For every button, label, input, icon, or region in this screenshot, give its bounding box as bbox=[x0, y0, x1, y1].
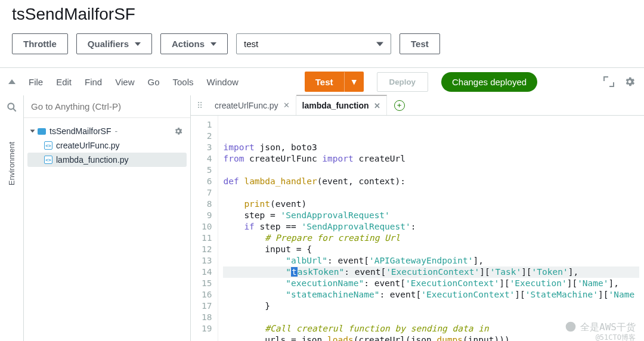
svg-point-2 bbox=[566, 322, 576, 332]
menu-go[interactable]: Go bbox=[147, 77, 159, 87]
ide-test-label: Test bbox=[305, 72, 345, 92]
test-button[interactable]: Test bbox=[400, 33, 440, 54]
code-area[interactable]: 12345678910111213141516171819 import jso… bbox=[191, 116, 644, 341]
qualifiers-button[interactable]: Qualifiers bbox=[76, 33, 152, 54]
file-explorer: tsSendMailforSF - <> createUrlFunc.py <>… bbox=[24, 95, 191, 341]
tab-label: lambda_function bbox=[302, 101, 369, 110]
close-icon[interactable]: ✕ bbox=[374, 101, 380, 110]
test-event-value: test bbox=[244, 39, 258, 49]
close-icon[interactable]: ✕ bbox=[283, 101, 290, 110]
actions-button[interactable]: Actions bbox=[160, 33, 228, 54]
tree-root[interactable]: tsSendMailforSF - bbox=[27, 124, 187, 138]
caret-down-icon bbox=[135, 41, 141, 47]
watermark-text: 全是AWS干货 bbox=[580, 321, 636, 333]
goto-input[interactable] bbox=[24, 95, 190, 118]
tab-bar: ⠿ createUrlFunc.py ✕ lambda_function ✕ + bbox=[191, 95, 644, 116]
gear-icon[interactable] bbox=[624, 76, 636, 88]
caret-down-icon bbox=[210, 41, 216, 47]
qualifiers-label: Qualifiers bbox=[88, 39, 129, 49]
fullscreen-icon[interactable] bbox=[603, 76, 614, 87]
editor-tab[interactable]: createUrlFunc.py ✕ bbox=[209, 96, 296, 115]
menu-tools[interactable]: Tools bbox=[172, 77, 193, 87]
editor-tab[interactable]: lambda_function ✕ bbox=[296, 95, 387, 115]
ide-menu-bar: File Edit Find View Go Tools Window Test… bbox=[0, 68, 644, 95]
ide-test-button[interactable]: Test ▾ bbox=[305, 72, 364, 92]
drag-handle-icon[interactable]: ⠿ bbox=[191, 101, 209, 110]
menu-find[interactable]: Find bbox=[85, 77, 102, 87]
tree-file-label: lambda_function.py bbox=[56, 155, 128, 165]
line-gutter: 12345678910111213141516171819 bbox=[191, 116, 218, 341]
test-event-select[interactable]: test bbox=[236, 33, 391, 54]
gear-icon[interactable] bbox=[174, 126, 183, 136]
ide-test-dropdown[interactable]: ▾ bbox=[345, 72, 364, 92]
python-file-icon: <> bbox=[44, 141, 52, 150]
code-content[interactable]: import json, boto3from createUrlFunc imp… bbox=[218, 116, 644, 341]
tree-file-label: createUrlFunc.py bbox=[56, 141, 120, 150]
dash-icon: - bbox=[114, 126, 117, 136]
collapse-icon[interactable] bbox=[8, 79, 16, 84]
tree-file[interactable]: <> lambda_function.py bbox=[27, 153, 187, 167]
python-file-icon: <> bbox=[44, 156, 52, 164]
tree-root-label: tsSendMailforSF bbox=[49, 126, 111, 136]
caret-down-icon bbox=[376, 41, 383, 48]
folder-icon bbox=[38, 128, 46, 135]
search-icon[interactable] bbox=[6, 101, 18, 113]
new-tab-button[interactable]: + bbox=[394, 100, 405, 111]
deploy-status: Changes deployed bbox=[441, 72, 537, 92]
svg-line-1 bbox=[13, 108, 16, 111]
menu-window[interactable]: Window bbox=[207, 77, 239, 87]
ide: File Edit Find View Go Tools Window Test… bbox=[0, 67, 644, 341]
page-title: tsSendMailforSF bbox=[0, 0, 644, 33]
menu-view[interactable]: View bbox=[115, 77, 134, 87]
tree-file[interactable]: <> createUrlFunc.py bbox=[27, 138, 187, 153]
actions-label: Actions bbox=[172, 39, 205, 49]
svg-point-0 bbox=[8, 103, 14, 109]
action-bar: Throttle Qualifiers Actions test Test bbox=[0, 33, 644, 67]
watermark-sub: @51CTO博客 bbox=[596, 332, 636, 341]
editor: ⠿ createUrlFunc.py ✕ lambda_function ✕ +… bbox=[191, 95, 644, 341]
menu-file[interactable]: File bbox=[29, 77, 43, 87]
wechat-icon bbox=[565, 321, 577, 333]
environment-tab[interactable]: Environment bbox=[7, 142, 16, 185]
watermark: 全是AWS干货 bbox=[565, 321, 636, 333]
deploy-button[interactable]: Deploy bbox=[377, 72, 428, 92]
tab-label: createUrlFunc.py bbox=[215, 101, 278, 110]
menu-edit[interactable]: Edit bbox=[56, 77, 72, 87]
throttle-button[interactable]: Throttle bbox=[12, 33, 68, 54]
chevron-down-icon bbox=[30, 130, 35, 133]
side-rail: Environment bbox=[0, 95, 24, 341]
